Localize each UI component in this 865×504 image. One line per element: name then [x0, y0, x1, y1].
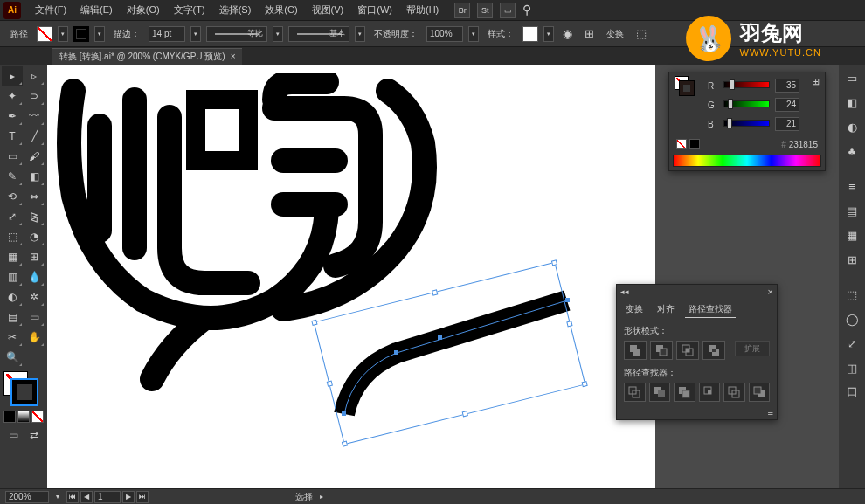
stroke-swatch[interactable] [73, 26, 89, 42]
menu-item[interactable]: 文件(F) [28, 1, 73, 19]
fill-swatch[interactable] [37, 26, 52, 42]
artboard-num-input[interactable] [94, 491, 121, 503]
gradient-tool[interactable]: ▥ [2, 267, 23, 287]
bw-swatch[interactable] [689, 139, 700, 149]
dock-panel-icon[interactable]: ◐ [841, 115, 863, 138]
crop-button[interactable] [699, 383, 721, 402]
dock-panel-icon[interactable]: ⬚ [841, 283, 863, 306]
channel-slider[interactable] [723, 120, 770, 128]
color-mode-icon[interactable]: ⊞ [812, 76, 820, 134]
menu-item[interactable]: 窗口(W) [350, 1, 399, 19]
zoom-tool[interactable]: 🔍 [2, 348, 23, 367]
magic-wand-tool[interactable]: ✦ [2, 86, 23, 106]
dock-panel-icon[interactable]: ⤢ [841, 332, 863, 355]
nav-prev[interactable]: ◀ [80, 491, 93, 503]
document-tab[interactable]: 转换 [转换].ai* @ 200% (CMYK/GPU 预览) × [52, 48, 242, 65]
curvature-tool[interactable]: 〰 [24, 107, 45, 126]
dock-panel-icon[interactable]: ♣ [841, 140, 863, 162]
stroke-profile-uniform[interactable]: 等比 [206, 26, 267, 42]
channel-value[interactable]: 21 [775, 117, 799, 131]
stock-icon[interactable]: St [477, 3, 493, 18]
zoom-dd[interactable]: ▾ [56, 493, 59, 501]
menu-item[interactable]: 效果(C) [258, 1, 304, 19]
rotate-tool[interactable]: ⟲ [2, 187, 23, 206]
rectangle-tool[interactable]: ▭ [2, 147, 23, 166]
free-transform-tool[interactable]: ⬚ [2, 227, 23, 246]
paintbrush-tool[interactable]: 🖌 [24, 147, 45, 166]
menu-item[interactable]: 编辑(E) [73, 1, 120, 19]
pen-tool[interactable]: ✒ [2, 107, 23, 126]
artboard-tool[interactable]: ▭ [24, 307, 45, 327]
recolor-icon[interactable]: ◉ [563, 27, 572, 40]
scale-tool[interactable]: ⤢ [2, 207, 23, 226]
bbox-handle-tl[interactable] [311, 320, 317, 326]
channel-value[interactable]: 35 [775, 79, 799, 93]
dock-panel-icon[interactable]: ≡ [841, 175, 863, 197]
stroke-dropdown[interactable]: ▾ [94, 26, 105, 42]
panel-close-icon[interactable]: × [768, 287, 773, 297]
hand-tool[interactable]: ✋ [24, 328, 45, 347]
reflect-tool[interactable]: ⇔ [24, 187, 45, 206]
exclude-button[interactable] [702, 341, 725, 360]
menu-item[interactable]: 视图(V) [305, 1, 351, 19]
close-icon[interactable]: × [231, 52, 236, 61]
eyedropper-tool[interactable]: 💧 [24, 267, 45, 287]
pathfinder-tab[interactable]: 变换 [622, 301, 647, 318]
uniform-dd[interactable]: ▾ [273, 26, 283, 42]
opacity-input[interactable] [426, 26, 463, 42]
arrange-icon[interactable]: ▭ [500, 3, 516, 18]
dock-panel-icon[interactable]: ⊞ [841, 248, 863, 271]
stroke-profile-basic[interactable]: 基本 [288, 26, 349, 42]
isolate-icon[interactable]: ⬚ [636, 27, 647, 40]
dock-panel-icon[interactable]: ◯ [841, 307, 863, 330]
stroke-indicator[interactable] [12, 380, 37, 404]
screen-mode-toggle[interactable]: ⇄ [24, 425, 44, 445]
trim-button[interactable] [649, 383, 671, 402]
pencil-tool[interactable]: ✎ [2, 167, 23, 186]
align-icon[interactable]: ⊞ [585, 27, 594, 40]
channel-value[interactable]: 24 [775, 98, 799, 112]
lasso-tool[interactable]: ⊃ [24, 86, 45, 106]
dock-panel-icon[interactable]: ▭ [841, 66, 863, 89]
gradient-mode-btn[interactable] [17, 411, 30, 423]
dock-panel-icon[interactable]: ▦ [841, 224, 863, 246]
outline-button[interactable] [723, 383, 745, 402]
merge-button[interactable] [674, 383, 695, 402]
color-spectrum[interactable] [673, 155, 821, 167]
channel-slider[interactable] [723, 100, 770, 109]
direct-selection-tool[interactable]: ▹ [24, 66, 45, 86]
symbol-tool[interactable]: ✲ [24, 287, 45, 307]
minus-back-button[interactable] [749, 383, 771, 402]
menu-item[interactable]: 对象(O) [120, 1, 167, 19]
menu-item[interactable]: 选择(S) [212, 1, 259, 19]
line-tool[interactable]: ╱ [24, 127, 45, 146]
dock-panel-icon[interactable]: ◧ [841, 91, 863, 114]
screen-mode-normal[interactable]: ▭ [3, 425, 23, 445]
color-mode-btn[interactable] [3, 411, 16, 423]
bridge-icon[interactable]: Br [454, 3, 470, 18]
pathfinder-tab[interactable]: 路径查找器 [685, 301, 736, 318]
nav-next[interactable]: ▶ [122, 491, 135, 503]
zoom-input[interactable] [5, 491, 49, 503]
tool-dd[interactable]: ▸ [320, 493, 323, 501]
none-swatch[interactable] [676, 139, 687, 149]
slice-tool[interactable]: ✂ [2, 328, 23, 347]
width-tool[interactable]: ⧎ [24, 207, 45, 226]
panel-menu-icon[interactable]: ≡ [617, 405, 777, 419]
style-dd[interactable]: ▾ [543, 26, 554, 42]
none-mode-btn[interactable] [31, 411, 44, 423]
bbox-handle-ml[interactable] [327, 380, 333, 386]
pathfinder-tab[interactable]: 对齐 [654, 301, 678, 318]
fill-stroke-indicator[interactable] [3, 371, 44, 406]
style-swatch[interactable] [522, 26, 538, 42]
menu-item[interactable]: 文字(T) [167, 1, 212, 19]
blend-tool[interactable]: ◐ [2, 287, 23, 307]
nav-first[interactable]: ⏮ [66, 491, 79, 503]
stroke-width-input[interactable] [149, 26, 185, 42]
transform-label[interactable]: 变换 [603, 28, 627, 40]
menu-item[interactable]: 帮助(H) [399, 1, 446, 19]
nav-last[interactable]: ⏭ [136, 491, 149, 503]
fill-dropdown[interactable]: ▾ [58, 26, 68, 42]
expand-button[interactable]: 扩展 [735, 341, 770, 356]
dock-panel-icon[interactable]: 口 [841, 381, 863, 404]
